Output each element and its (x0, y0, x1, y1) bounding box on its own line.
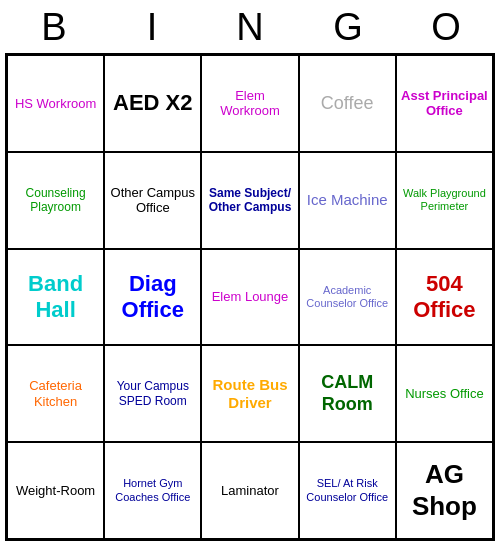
letter-g: G (303, 6, 393, 49)
bingo-cell-17: Route Bus Driver (201, 345, 298, 442)
bingo-cell-14: 504 Office (396, 249, 493, 346)
bingo-cell-18: CALM Room (299, 345, 396, 442)
bingo-cell-9: Walk Playground Perimeter (396, 152, 493, 249)
bingo-grid: HS WorkroomAED X2Elem WorkroomCoffeeAsst… (5, 53, 495, 541)
bingo-cell-24: AG Shop (396, 442, 493, 539)
bingo-cell-23: SEL/ At Risk Counselor Office (299, 442, 396, 539)
bingo-cell-13: Academic Counselor Office (299, 249, 396, 346)
bingo-cell-6: Other Campus Office (104, 152, 201, 249)
bingo-cell-1: AED X2 (104, 55, 201, 152)
bingo-cell-12: Elem Lounge (201, 249, 298, 346)
bingo-cell-19: Nurses Office (396, 345, 493, 442)
bingo-cell-20: Weight-Room (7, 442, 104, 539)
bingo-cell-0: HS Workroom (7, 55, 104, 152)
letter-i: I (107, 6, 197, 49)
bingo-cell-21: Hornet Gym Coaches Office (104, 442, 201, 539)
bingo-cell-7: Same Subject/ Other Campus (201, 152, 298, 249)
bingo-cell-11: Diag Office (104, 249, 201, 346)
letter-o: O (401, 6, 491, 49)
bingo-cell-3: Coffee (299, 55, 396, 152)
letter-b: B (9, 6, 99, 49)
bingo-cell-22: Laminator (201, 442, 298, 539)
bingo-cell-8: Ice Machine (299, 152, 396, 249)
bingo-cell-5: Counseling Playroom (7, 152, 104, 249)
bingo-cell-10: Band Hall (7, 249, 104, 346)
bingo-cell-16: Your Campus SPED Room (104, 345, 201, 442)
bingo-title: B I N G O (5, 0, 495, 53)
bingo-cell-4: Asst Principal Office (396, 55, 493, 152)
bingo-cell-2: Elem Workroom (201, 55, 298, 152)
bingo-cell-15: Cafeteria Kitchen (7, 345, 104, 442)
letter-n: N (205, 6, 295, 49)
